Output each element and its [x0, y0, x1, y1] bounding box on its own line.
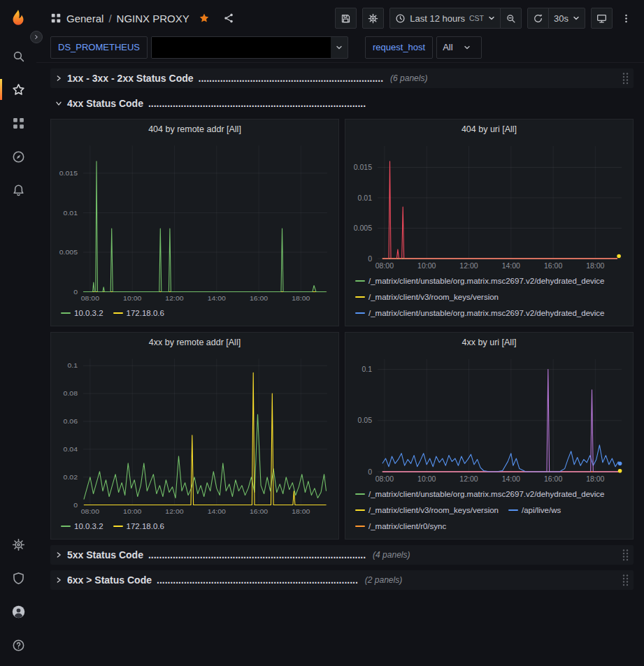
- x-axis-tick: 12:00: [459, 475, 478, 483]
- y-axis-tick: 0.1: [362, 365, 372, 373]
- breadcrumb-dashboard-title[interactable]: NGINX PROXY: [117, 13, 189, 24]
- legend-label: 10.0.3.2: [74, 306, 103, 320]
- row-drag-handle[interactable]: [622, 549, 629, 561]
- x-axis-tick: 10:00: [123, 295, 142, 303]
- time-controls-group: Last 12 hours CST: [389, 8, 522, 29]
- panel-404-by-uri: 404 by uri [All] 08:0010:0012:0014:0016:…: [345, 119, 634, 326]
- legend-item[interactable]: 172.18.0.6: [113, 306, 164, 320]
- chart-canvas[interactable]: 08:0010:0012:0014:0016:0018:0000.0050.01…: [345, 139, 633, 273]
- zoom-out-button[interactable]: [500, 8, 522, 29]
- sidebar-expand-button[interactable]: [30, 31, 43, 43]
- sidebar-item-starred[interactable]: [0, 73, 36, 106]
- panel-title[interactable]: 404 by uri [All]: [345, 120, 633, 139]
- chart-legend: /_matrix/client/unstable/org.matrix.msc2…: [345, 486, 633, 539]
- chart-canvas[interactable]: 08:0010:0012:0014:0016:0018:0000.050.1: [345, 352, 633, 486]
- legend-label: 172.18.0.6: [127, 519, 164, 533]
- row-leader: ........................................…: [199, 73, 384, 84]
- sidebar-item-search[interactable]: [0, 39, 36, 73]
- breadcrumb-separator: /: [108, 13, 111, 24]
- legend-item[interactable]: 10.0.3.2: [61, 306, 103, 320]
- x-axis-tick: 14:00: [502, 261, 520, 270]
- legend-item[interactable]: /sw.js: [508, 322, 541, 326]
- row-drag-handle[interactable]: [622, 72, 629, 85]
- x-axis-tick: 08:00: [375, 261, 394, 270]
- grafana-logo[interactable]: [8, 8, 29, 29]
- sidebar-item-alerting[interactable]: [0, 173, 36, 207]
- legend-swatch: [355, 296, 365, 298]
- cycle-view-button[interactable]: [591, 8, 613, 29]
- dashboard-row-6xx[interactable]: 6xx > Status Code ......................…: [50, 570, 634, 590]
- legend-item[interactable]: /_matrix/client/unstable/org.matrix.msc2…: [355, 274, 605, 288]
- x-axis-tick: 18:00: [586, 475, 604, 483]
- chart-canvas[interactable]: 08:0010:0012:0014:0016:0018:0000.020.040…: [51, 352, 338, 518]
- x-axis-tick: 16:00: [544, 261, 562, 270]
- apps-icon: [12, 117, 25, 130]
- star-icon: [12, 83, 25, 96]
- kebab-icon: [621, 13, 631, 24]
- sidebar-item-dashboards[interactable]: [0, 106, 36, 140]
- share-icon[interactable]: [223, 13, 234, 24]
- dashboard-canvas: 1xx - 3xx - 2xx Status Code ............…: [36, 63, 644, 666]
- row-drag-handle[interactable]: [622, 574, 629, 586]
- legend-item[interactable]: /_matrix/client/unstable/org.matrix.msc2…: [355, 535, 605, 539]
- legend-swatch: [61, 312, 71, 314]
- sidebar-item-explore[interactable]: [0, 140, 36, 173]
- variable-request-host-select[interactable]: All: [436, 36, 481, 59]
- clock-icon: [395, 13, 406, 24]
- chart-canvas[interactable]: 08:0010:0012:0014:0016:0018:0000.0050.01…: [51, 139, 338, 305]
- more-options-button[interactable]: [618, 10, 634, 27]
- row-title: 5xx Status Code: [67, 549, 143, 560]
- panel-title[interactable]: 404 by remote addr [All]: [51, 120, 338, 139]
- refresh-button[interactable]: [527, 8, 549, 29]
- sidebar-item-settings[interactable]: [0, 528, 36, 561]
- legend-item[interactable]: /_matrix/client/unstable/org.matrix.msc2…: [355, 487, 605, 501]
- legend-item[interactable]: /_matrix/client/unstable/org.matrix.msc2…: [355, 306, 605, 320]
- dashboard-settings-button[interactable]: [362, 8, 384, 29]
- legend-item[interactable]: /_matrix/client/v3/room_keys/version: [355, 503, 499, 517]
- dashboard-row-4xx[interactable]: 4xx Status Code ........................…: [50, 94, 634, 113]
- dashboard-row-1xx-3xx-2xx[interactable]: 1xx - 3xx - 2xx Status Code ............…: [50, 68, 634, 88]
- navbar-controls: Last 12 hours CST 30s: [335, 8, 634, 29]
- x-axis-tick: 10:00: [417, 261, 436, 270]
- favorite-star-icon[interactable]: [199, 13, 210, 24]
- legend-item[interactable]: /api/live/ws: [508, 503, 561, 517]
- y-axis-tick: 0: [368, 254, 372, 263]
- main-area: General / NGINX PROXY: [36, 0, 644, 666]
- time-picker-button[interactable]: Last 12 hours CST: [389, 8, 501, 29]
- legend-item[interactable]: 172.18.0.6: [113, 519, 164, 533]
- legend-label: /_matrix/client/r0/sync: [368, 519, 446, 533]
- breadcrumb-folder[interactable]: General: [66, 13, 103, 24]
- y-axis-tick: 0.005: [354, 224, 372, 232]
- legend-item[interactable]: 10.0.3.2: [61, 519, 103, 533]
- row-title: 4xx Status Code: [67, 98, 143, 109]
- refresh-interval-dropdown[interactable]: 30s: [548, 8, 585, 29]
- panel-title[interactable]: 4xx by uri [All]: [345, 333, 633, 352]
- grafana-app: General / NGINX PROXY: [0, 0, 644, 666]
- panel-title[interactable]: 4xx by remote addr [All]: [51, 333, 338, 352]
- refresh-interval-value: 30s: [554, 13, 568, 24]
- x-axis-tick: 08:00: [375, 475, 394, 483]
- variable-datasource-select[interactable]: [151, 36, 348, 59]
- x-axis-tick: 16:00: [250, 295, 269, 303]
- dashboard-variables-bar: DS_PROMETHEUS request_host All: [36, 36, 644, 63]
- legend-item[interactable]: /_matrix/client/v3/room_keys/version: [355, 290, 499, 304]
- legend-item[interactable]: /_matrix/client/v3/room_keys/version: [355, 322, 499, 326]
- save-dashboard-button[interactable]: [335, 8, 357, 29]
- sidebar-item-help[interactable]: [0, 628, 36, 662]
- chevron-right-icon: [34, 34, 39, 40]
- sidebar-item-server-admin[interactable]: [0, 561, 36, 595]
- y-axis-tick: 0.06: [64, 418, 78, 426]
- y-axis-tick: 0: [368, 468, 372, 476]
- x-axis-tick: 10:00: [417, 475, 436, 483]
- chevron-down-icon: [459, 44, 475, 51]
- row-leader: ........................................…: [148, 549, 366, 560]
- legend-item[interactable]: /_matrix/client/r0/sync: [355, 519, 446, 533]
- y-axis-tick: 0.01: [64, 209, 78, 217]
- sidebar-item-profile[interactable]: [0, 595, 36, 628]
- dashboard-row-5xx[interactable]: 5xx Status Code ........................…: [50, 545, 634, 565]
- sidebar: [0, 0, 36, 666]
- legend-label: /sw.js: [522, 322, 541, 326]
- row-panel-count: (6 panels): [390, 73, 427, 83]
- x-axis-tick: 18:00: [292, 508, 310, 516]
- series-end-dot: [617, 254, 621, 259]
